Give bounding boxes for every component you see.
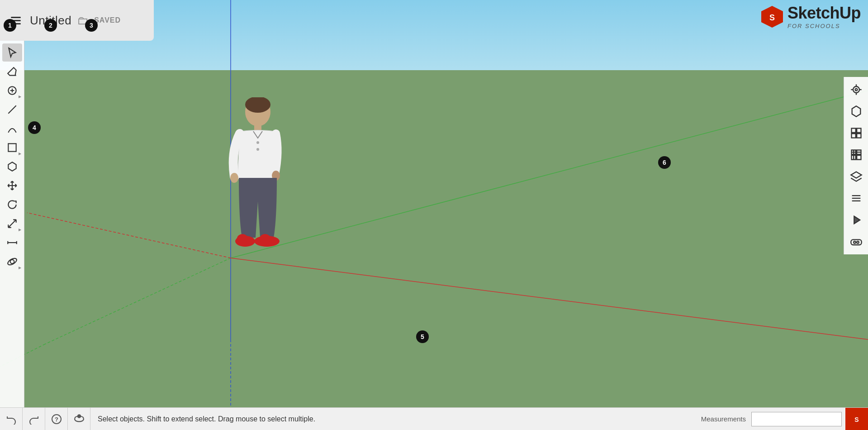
tool-orbit[interactable]: ▶ — [2, 253, 22, 271]
sketchup-bottom-icon[interactable]: S — [845, 408, 868, 430]
svg-point-49 — [77, 415, 81, 418]
tool-pushpull[interactable] — [2, 158, 22, 176]
tool-move[interactable] — [2, 177, 22, 195]
badge-2: 2 — [44, 19, 57, 32]
instructor-button[interactable] — [68, 408, 90, 430]
logo-name: SketchUp — [787, 4, 861, 23]
svg-text:?: ? — [55, 416, 58, 423]
badge-3: 3 — [85, 19, 98, 32]
logo-tagline: FOR SCHOOLS — [787, 23, 840, 29]
badge-4: 4 — [28, 121, 41, 134]
status-bar: ? Select objects. Shift to extend select… — [0, 407, 868, 430]
svg-point-26 — [10, 260, 14, 264]
header: Untitled 🗀 SAVED — [0, 0, 154, 41]
svg-rect-35 — [857, 129, 861, 133]
svg-point-27 — [6, 257, 17, 266]
right-toolbar — [844, 77, 868, 254]
measurements-input[interactable] — [751, 412, 842, 426]
tool-styles[interactable] — [846, 101, 866, 121]
tool-layers[interactable] — [846, 188, 866, 208]
badge-6: 6 — [658, 156, 671, 169]
saved-status: SAVED — [94, 16, 121, 24]
svg-line-21 — [8, 105, 16, 113]
tool-camera-view[interactable] — [846, 80, 866, 100]
svg-point-45 — [854, 241, 856, 244]
tool-vr[interactable] — [846, 232, 866, 252]
svg-rect-37 — [857, 134, 861, 138]
tool-arc[interactable] — [2, 119, 22, 138]
svg-marker-43 — [854, 216, 860, 224]
svg-text:S: S — [769, 13, 775, 22]
status-text: Select objects. Shift to extend select. … — [90, 415, 696, 423]
tool-shapes[interactable]: ▶ — [2, 139, 22, 157]
tool-paint[interactable]: ▶ — [2, 81, 22, 100]
svg-point-28 — [853, 86, 859, 93]
ground-plane — [0, 70, 868, 430]
logo-wordmark: SketchUp FOR SCHOOLS — [787, 4, 861, 29]
tool-eraser[interactable] — [2, 62, 22, 81]
sketchup-logo-icon: S — [760, 5, 784, 29]
tool-animation[interactable] — [846, 210, 866, 230]
logo-area: S SketchUp FOR SCHOOLS — [760, 4, 861, 29]
svg-rect-22 — [8, 143, 16, 151]
help-button[interactable]: ? — [45, 408, 68, 430]
tool-scene[interactable] — [846, 167, 866, 186]
tool-select[interactable] — [2, 43, 22, 62]
tool-standard-views[interactable] — [846, 145, 866, 165]
badge-1: 1 — [4, 19, 16, 32]
svg-point-46 — [857, 241, 859, 244]
tool-line[interactable] — [2, 100, 22, 119]
svg-rect-34 — [851, 129, 855, 133]
tool-rotate[interactable] — [2, 196, 22, 214]
badge-5: 5 — [416, 330, 429, 343]
measurements-label: Measurements — [696, 415, 751, 423]
redo-button[interactable] — [23, 408, 45, 430]
tool-tape[interactable] — [2, 234, 22, 252]
svg-text:S: S — [854, 416, 859, 423]
svg-rect-36 — [851, 134, 855, 138]
viewport[interactable] — [0, 0, 868, 430]
tool-scale[interactable]: ▶ — [2, 215, 22, 233]
svg-point-29 — [855, 89, 857, 91]
tool-components[interactable] — [846, 123, 866, 143]
undo-button[interactable] — [0, 408, 23, 430]
left-toolbar: ▶ ▶ ▶ — [0, 41, 24, 407]
